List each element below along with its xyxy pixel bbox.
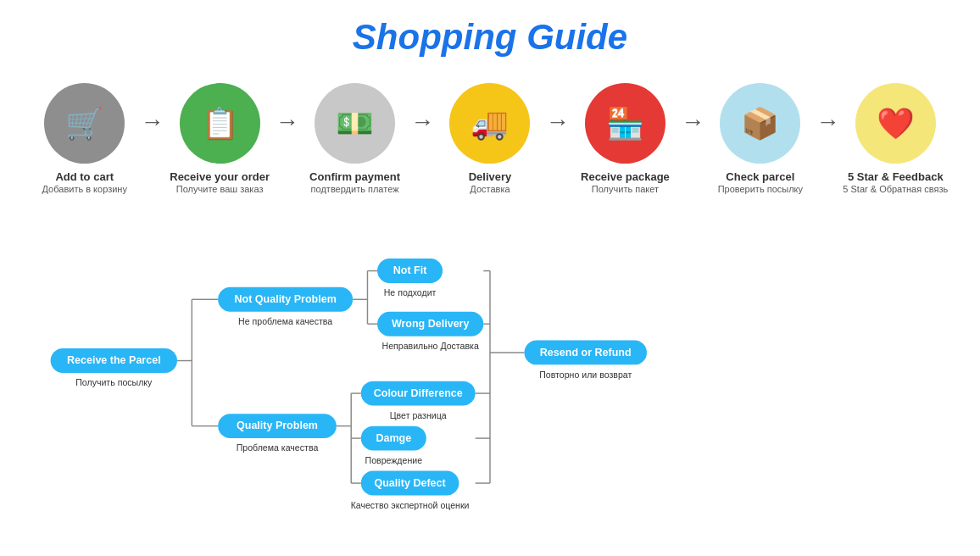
svg-text:Wrong Delivery: Wrong Delivery bbox=[392, 318, 470, 330]
step-icon-receive-package: 🏪 bbox=[585, 83, 665, 164]
svg-text:Повреждение: Повреждение bbox=[365, 455, 423, 465]
steps-row: 🛒Add to cartДобавить в корзину→📋Receive … bbox=[25, 83, 955, 195]
svg-text:Повторно или возврат: Повторно или возврат bbox=[539, 370, 632, 380]
step-icon-receive-order: 📋 bbox=[180, 83, 260, 164]
flow-node-cd: Colour DifferenceЦвет разница bbox=[361, 381, 476, 420]
step-label-ru-confirm-payment: подтвердить платеж bbox=[311, 184, 399, 195]
step-feedback: ❤️5 Star & Feedback5 Star & Обратная свя… bbox=[837, 83, 955, 195]
svg-text:Damge: Damge bbox=[376, 432, 411, 444]
flow-section: Receive the ParcelПолучить посылкуNot Qu… bbox=[25, 220, 955, 525]
svg-text:Receive the Parcel: Receive the Parcel bbox=[67, 354, 161, 366]
svg-text:Качество экспертной оценки: Качество экспертной оценки bbox=[351, 500, 470, 510]
svg-text:Quality Problem: Quality Problem bbox=[237, 420, 318, 431]
flow-node-wd: Wrong DeliveryНеправильно Доставка bbox=[377, 312, 483, 351]
step-label-en-receive-order: Receive your order bbox=[170, 170, 270, 184]
svg-text:Colour Difference: Colour Difference bbox=[374, 387, 463, 399]
step-label-ru-add-to-cart: Добавить в корзину bbox=[42, 184, 127, 195]
step-delivery: 🚚DeliveryДоставка bbox=[431, 83, 548, 195]
svg-text:Неправильно Доставка: Неправильно Доставка bbox=[382, 341, 479, 351]
flow-node-qd: Quality DefectКачество экспертной оценки bbox=[351, 470, 470, 509]
svg-text:Quality Defect: Quality Defect bbox=[374, 477, 446, 489]
flow-node-dm: DamgeПовреждение bbox=[361, 425, 426, 464]
step-label-ru-receive-package: Получить пакет bbox=[592, 184, 659, 195]
step-label-en-receive-package: Receive package bbox=[581, 170, 670, 184]
svg-text:Not Fit: Not Fit bbox=[393, 264, 427, 276]
flow-node-qp: Quality ProblemПроблема качества bbox=[218, 414, 337, 453]
step-receive-package: 🏪Receive packageПолучить пакет bbox=[566, 83, 684, 195]
flow-node-root: Receive the ParcelПолучить посылку bbox=[51, 348, 177, 387]
step-add-to-cart: 🛒Add to cartДобавить в корзину bbox=[25, 83, 143, 195]
step-label-en-add-to-cart: Add to cart bbox=[55, 170, 114, 184]
step-label-en-feedback: 5 Star & Feedback bbox=[848, 170, 944, 184]
step-label-ru-receive-order: Получите ваш заказ bbox=[176, 184, 264, 195]
page-title: Shopping Guide bbox=[25, 17, 955, 58]
step-confirm-payment: 💵Confirm paymentподтвердить платеж bbox=[296, 83, 414, 195]
step-check-parcel: 📦Check parcelПроверить посылку bbox=[701, 83, 819, 195]
step-icon-confirm-payment: 💵 bbox=[315, 83, 395, 164]
step-label-en-confirm-payment: Confirm payment bbox=[309, 170, 400, 184]
flow-node-nq: Not Quality ProblemНе проблема качества bbox=[218, 287, 353, 326]
step-label-ru-feedback: 5 Star & Обратная связь bbox=[843, 184, 948, 195]
step-label-ru-delivery: Доставка bbox=[470, 184, 509, 195]
step-icon-add-to-cart: 🛒 bbox=[44, 83, 125, 164]
svg-text:Цвет разница: Цвет разница bbox=[390, 410, 447, 420]
svg-text:Not Quality Problem: Not Quality Problem bbox=[234, 293, 336, 305]
svg-text:Получить посылку: Получить посылку bbox=[75, 377, 153, 387]
step-icon-feedback: ❤️ bbox=[855, 83, 936, 164]
step-icon-delivery: 🚚 bbox=[449, 83, 530, 164]
svg-text:Resend or Refund: Resend or Refund bbox=[540, 347, 632, 359]
step-label-en-check-parcel: Check parcel bbox=[726, 170, 794, 184]
flow-node-nf: Not FitНе подходит bbox=[377, 259, 443, 297]
svg-text:Не проблема качества: Не проблема качества bbox=[238, 316, 332, 326]
flow-node-outcome: Resend or RefundПовторно или возврат bbox=[524, 340, 647, 379]
step-receive-order: 📋Receive your orderПолучите ваш заказ bbox=[160, 83, 278, 195]
svg-text:Проблема качества: Проблема качества bbox=[237, 442, 319, 453]
step-icon-check-parcel: 📦 bbox=[720, 83, 800, 164]
step-label-ru-check-parcel: Проверить посылку bbox=[718, 184, 803, 195]
step-label-en-delivery: Delivery bbox=[469, 170, 512, 184]
svg-text:Не подходит: Не подходит bbox=[384, 287, 437, 297]
